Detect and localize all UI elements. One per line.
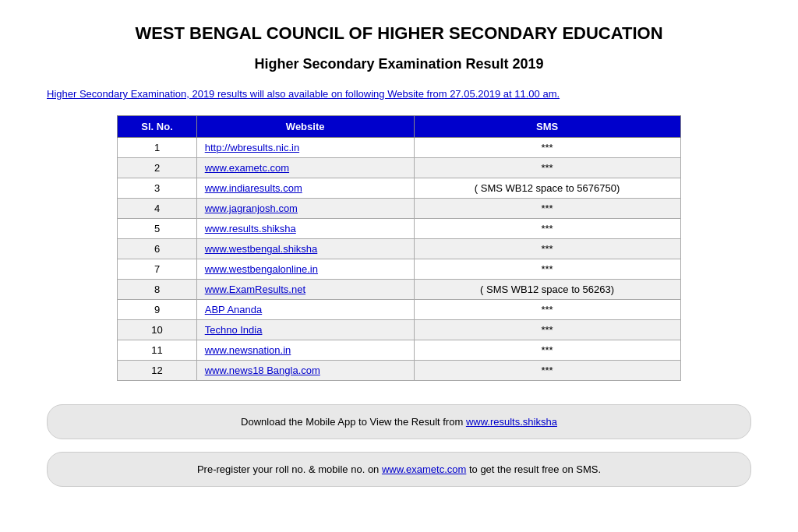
table-row: 2www.exametc.com***	[118, 158, 680, 178]
table-header-row: Sl. No. Website SMS	[118, 116, 680, 138]
col-sms: SMS	[414, 116, 680, 138]
info-box-2-text-before: Pre-register your roll no. & mobile no. …	[197, 463, 382, 475]
cell-sl: 12	[118, 361, 196, 381]
cell-sms: ***	[414, 199, 680, 219]
cell-sl: 6	[118, 239, 196, 259]
table-row: 3www.indiaresults.com( SMS WB12 space to…	[118, 178, 680, 199]
cell-website: www.westbengalonline.in	[196, 259, 414, 280]
cell-sms: ***	[414, 138, 680, 158]
table-row: 6www.westbengal.shiksha***	[118, 239, 680, 259]
cell-sl: 9	[118, 300, 196, 320]
table-row: 12www.news18 Bangla.com***	[118, 361, 680, 381]
col-website: Website	[196, 116, 414, 138]
cell-sl: 2	[118, 158, 196, 178]
cell-sms: ***	[414, 300, 680, 320]
cell-sl: 5	[118, 219, 196, 239]
cell-website: www.results.shiksha	[196, 219, 414, 239]
cell-website: www.indiaresults.com	[196, 178, 414, 199]
website-link[interactable]: www.jagranjosh.com	[205, 203, 298, 214]
cell-sms: ***	[414, 340, 680, 361]
table-row: 1http://wbresults.nic.in***	[118, 138, 680, 158]
main-title: WEST BENGAL COUNCIL OF HIGHER SECONDARY …	[47, 23, 751, 44]
notice-link[interactable]: Higher Secondary Examination, 2019 resul…	[47, 88, 751, 100]
cell-website: www.jagranjosh.com	[196, 199, 414, 219]
cell-website: www.westbengal.shiksha	[196, 239, 414, 259]
website-table-wrapper: Sl. No. Website SMS 1http://wbresults.ni…	[47, 115, 751, 381]
table-row: 4www.jagranjosh.com***	[118, 199, 680, 219]
cell-sms: ***	[414, 219, 680, 239]
table-row: 7www.westbengalonline.in***	[118, 259, 680, 280]
col-slno: Sl. No.	[118, 116, 196, 138]
info-box-1: Download the Mobile App to View the Resu…	[47, 404, 751, 439]
cell-sl: 3	[118, 178, 196, 199]
cell-sl: 1	[118, 138, 196, 158]
table-body: 1http://wbresults.nic.in***2www.exametc.…	[118, 138, 680, 381]
website-link[interactable]: http://wbresults.nic.in	[205, 142, 299, 153]
cell-sms: ***	[414, 361, 680, 381]
cell-sms: ***	[414, 239, 680, 259]
cell-sl: 11	[118, 340, 196, 361]
website-link[interactable]: www.newsnation.in	[205, 344, 291, 356]
info-box-2: Pre-register your roll no. & mobile no. …	[47, 452, 751, 487]
website-link[interactable]: www.exametc.com	[205, 162, 289, 174]
website-link[interactable]: Techno India	[205, 324, 263, 336]
website-link[interactable]: www.westbengal.shiksha	[205, 243, 318, 255]
info-box-1-text-before: Download the Mobile App to View the Resu…	[241, 416, 466, 428]
cell-sms: ***	[414, 259, 680, 280]
cell-sms: ( SMS WB12 space to 5676750)	[414, 178, 680, 199]
website-link[interactable]: www.results.shiksha	[205, 223, 296, 234]
cell-sms: ***	[414, 158, 680, 178]
cell-sl: 4	[118, 199, 196, 219]
info-box-2-text-after: to get the result free on SMS.	[466, 463, 601, 475]
table-row: 11www.newsnation.in***	[118, 340, 680, 361]
page-container: WEST BENGAL COUNCIL OF HIGHER SECONDARY …	[0, 0, 798, 532]
website-link[interactable]: ABP Ananda	[205, 304, 263, 315]
website-link[interactable]: www.westbengalonline.in	[205, 263, 318, 275]
cell-website: www.newsnation.in	[196, 340, 414, 361]
cell-website: www.news18 Bangla.com	[196, 361, 414, 381]
website-link[interactable]: www.ExamResults.net	[205, 284, 305, 295]
info-box-1-link[interactable]: www.results.shiksha	[466, 416, 557, 428]
website-link[interactable]: www.indiaresults.com	[205, 182, 302, 194]
sub-title: Higher Secondary Examination Result 2019	[47, 56, 751, 72]
website-link[interactable]: www.news18 Bangla.com	[205, 365, 320, 376]
cell-website: ABP Ananda	[196, 300, 414, 320]
table-row: 9ABP Ananda***	[118, 300, 680, 320]
cell-sms: ( SMS WB12 space to 56263)	[414, 280, 680, 300]
cell-sl: 8	[118, 280, 196, 300]
cell-sl: 10	[118, 320, 196, 340]
cell-website: http://wbresults.nic.in	[196, 138, 414, 158]
info-box-2-link[interactable]: www.exametc.com	[382, 463, 466, 475]
results-table: Sl. No. Website SMS 1http://wbresults.ni…	[117, 115, 680, 381]
table-row: 5www.results.shiksha***	[118, 219, 680, 239]
cell-sl: 7	[118, 259, 196, 280]
table-row: 8www.ExamResults.net( SMS WB12 space to …	[118, 280, 680, 300]
table-row: 10Techno India***	[118, 320, 680, 340]
cell-website: www.ExamResults.net	[196, 280, 414, 300]
cell-sms: ***	[414, 320, 680, 340]
cell-website: www.exametc.com	[196, 158, 414, 178]
cell-website: Techno India	[196, 320, 414, 340]
